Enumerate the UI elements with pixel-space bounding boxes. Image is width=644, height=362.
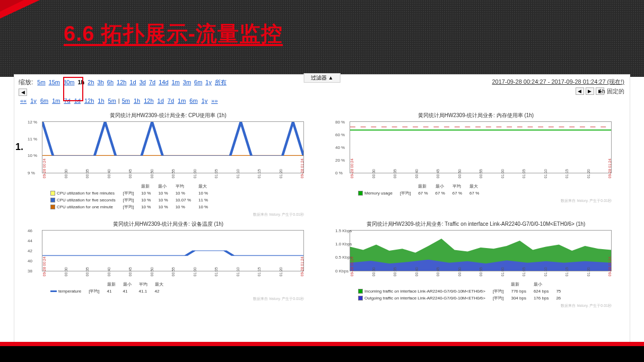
xtick: 01:20 xyxy=(586,174,590,179)
legend-label: Outgoing traffic on interface Link-AR224… xyxy=(364,296,485,301)
chart-traffic: 黄冈统计局HW2309-统计局业务: Traffic on interface … xyxy=(333,220,619,308)
xtick: 00:45 xyxy=(128,272,132,277)
xtick: 00:45 xyxy=(128,174,132,179)
nav-back-1m[interactable]: 1m xyxy=(50,98,62,104)
nav-fwd-1d[interactable]: 1d xyxy=(156,98,166,104)
nav-left-button[interactable]: ◀ xyxy=(576,87,584,95)
chart-title: 黄冈统计局HW2309-统计局业务: 内存使用率 (1h) xyxy=(333,112,619,119)
chart-legend: 最新最小平均最大CPU utilization for five minutes… xyxy=(46,182,212,211)
xtick: 00:35 xyxy=(393,272,397,277)
chart-plot-area: 12 % 11 % 10 % 9 % xyxy=(42,121,304,173)
nav-back-1h[interactable]: 1h xyxy=(96,98,106,104)
zoom-link-1y[interactable]: 1y xyxy=(204,79,213,85)
chart-svg xyxy=(42,122,303,173)
zoom-link-1d[interactable]: 1d xyxy=(128,79,137,85)
footer-black-bar xyxy=(0,346,644,362)
xtick: 09-28 00:24 xyxy=(350,272,354,277)
xtick: 00:40 xyxy=(107,272,110,277)
xtick: 09-28 00:24 xyxy=(42,174,46,179)
xtick: 00:55 xyxy=(171,174,175,179)
chart-title: 黄冈统计局HW2309-统计局业务: 设备温度 (1h) xyxy=(25,220,311,228)
nav-prev-button[interactable]: ◀ xyxy=(19,89,27,96)
xtick: 00:55 xyxy=(479,174,483,179)
zoom-link-3m[interactable]: 3m xyxy=(181,79,193,85)
zoom-link-6m[interactable]: 6m xyxy=(193,79,204,85)
xtick: 00:50 xyxy=(457,174,461,179)
footer-note: 数据来自 history. 产生于0.01秒 xyxy=(333,198,619,204)
highlight-box-1h xyxy=(63,77,83,101)
nav-pause-button[interactable]: ▶ xyxy=(586,87,594,95)
xtick: 01:00 xyxy=(193,174,196,179)
xtick: 00:40 xyxy=(414,174,418,179)
header-accent-dark xyxy=(0,0,24,12)
nav-fwd-1y[interactable]: 1y xyxy=(200,98,210,104)
xtick: 01:10 xyxy=(236,272,239,277)
chart-cpu: 1. 黄冈统计局HW2309-统计局业务: CPU使用率 (1h) 12 % 1… xyxy=(25,112,311,217)
xtick: 01:00 xyxy=(500,174,504,179)
nav-fwd-5m[interactable]: 5m xyxy=(120,98,132,104)
xtick: 01:05 xyxy=(522,174,526,179)
zoom-link-14d[interactable]: 14d xyxy=(157,79,170,85)
legend-label: CPU utilization for five minutes xyxy=(57,191,115,196)
zoom-link-12h[interactable]: 12h xyxy=(115,79,128,85)
xtick: 01:15 xyxy=(257,272,261,277)
zoom-link-3h[interactable]: 3h xyxy=(96,79,106,85)
chart-svg xyxy=(42,231,303,271)
xtick: 01:05 xyxy=(214,174,218,179)
xtick: 09-28 00:24 xyxy=(350,174,354,179)
nav-back-1y[interactable]: 1y xyxy=(29,98,38,104)
xtick: 09-28 01:24 xyxy=(608,174,612,179)
page-title: 6.6 拓扑展示-流量监控 xyxy=(64,19,283,48)
zoom-link-6h[interactable]: 6h xyxy=(106,79,115,85)
xtick: 01:05 xyxy=(214,272,218,277)
legend-label: CPU utilization for five seconds xyxy=(57,198,116,202)
xtick: 09-28 00:24 xyxy=(42,272,46,277)
time-range-display[interactable]: 2017-09-28 00:24:27 - 2017-09-28 01:24:2… xyxy=(492,78,625,86)
zoom-link-1m[interactable]: 1m xyxy=(170,79,181,85)
chart-legend: 最新最小平均最大temperature[平均]414141.142 xyxy=(46,280,168,295)
nav-fwd-7d[interactable]: 7d xyxy=(166,98,176,104)
zoom-link-2h[interactable]: 2h xyxy=(86,79,95,85)
xtick: 00:40 xyxy=(107,174,110,179)
xtick: 01:15 xyxy=(257,174,261,179)
charts-grid: 1. 黄冈统计局HW2309-统计局业务: CPU使用率 (1h) 12 % 1… xyxy=(14,107,630,308)
xtick: 00:45 xyxy=(436,174,440,179)
xtick: 01:15 xyxy=(565,174,569,179)
zoom-link-所有[interactable]: 所有 xyxy=(213,79,228,85)
chart-title: 黄冈统计局HW2309-统计局业务: Traffic on interface … xyxy=(333,220,619,228)
footer-note: 数据来自 history. 产生于0.01秒 xyxy=(25,212,311,217)
xtick: 01:10 xyxy=(543,272,547,277)
xtick: 01:15 xyxy=(565,272,569,277)
chart-plot-area: 80 % 60 % 40 % 20 % 0 % xyxy=(350,121,612,173)
fixed-label: 1h 固定的 xyxy=(599,87,624,95)
zoom-link-3d[interactable]: 3d xyxy=(138,79,147,85)
nav-fwd-12h[interactable]: 12h xyxy=(142,98,155,104)
legend-label: Memory usage xyxy=(364,191,393,196)
chart-memory: 黄冈统计局HW2309-统计局业务: 内存使用率 (1h) 80 % 60 % … xyxy=(333,112,619,217)
zoom-link-7d[interactable]: 7d xyxy=(147,79,157,85)
nav-fwd-6m[interactable]: 6m xyxy=(188,98,199,104)
legend-label: temperature xyxy=(58,289,81,294)
nav-back-6m[interactable]: 6m xyxy=(39,98,50,104)
chart-plot-area: 46 44 42 40 38 xyxy=(42,230,304,271)
content-area: 过滤器 ▲ 缩放: 5m15m30m1h2h3h6h12h1d3d7d14d1m… xyxy=(14,74,630,343)
chart-title: 黄冈统计局HW2309-统计局业务: CPU使用率 (1h) xyxy=(25,112,311,119)
footer-note: 数据来自 history. 产生于0.01秒 xyxy=(333,303,619,308)
chart-svg xyxy=(350,122,611,173)
xtick: 00:50 xyxy=(457,272,461,277)
legend-label: CPU utilization for one minute xyxy=(57,205,113,209)
xtick: 01:00 xyxy=(500,272,504,277)
chart-legend: 最新最小平均最大Memory usage[平均]67 %67 %67 %67 % xyxy=(354,182,483,197)
nav-back-12h[interactable]: 12h xyxy=(83,98,95,104)
zoom-link-15m[interactable]: 15m xyxy=(47,79,62,85)
xtick: 01:00 xyxy=(193,272,196,277)
zoom-link-5m[interactable]: 5m xyxy=(36,79,47,85)
nav-back-5m[interactable]: 5m xyxy=(107,98,118,104)
xtick: 00:30 xyxy=(371,174,375,179)
nav-fwd-1m[interactable]: 1m xyxy=(176,98,187,104)
chart-temperature: 黄冈统计局HW2309-统计局业务: 设备温度 (1h) 46 44 42 40… xyxy=(25,220,311,308)
nav-fwd-1h[interactable]: 1h xyxy=(132,98,142,104)
legend-label: Incoming traffic on interface Link-AR224… xyxy=(364,289,485,294)
xtick: 00:55 xyxy=(171,272,175,277)
xtick: 01:10 xyxy=(236,174,239,179)
